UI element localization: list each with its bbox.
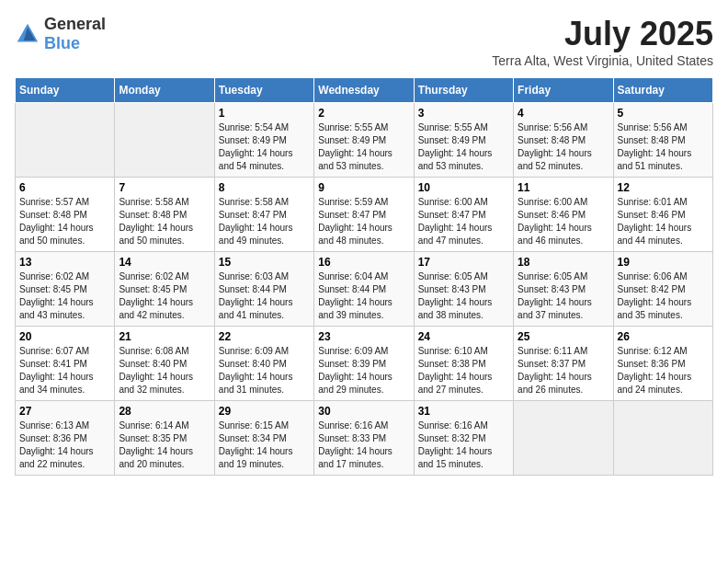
- week-row-4: 20Sunrise: 6:07 AM Sunset: 8:41 PM Dayli…: [16, 327, 713, 401]
- day-info: Sunrise: 6:07 AM Sunset: 8:41 PM Dayligh…: [19, 345, 110, 396]
- day-number: 1: [219, 107, 310, 120]
- calendar-cell: 8Sunrise: 5:58 AM Sunset: 8:47 PM Daylig…: [214, 178, 313, 252]
- day-info: Sunrise: 6:15 AM Sunset: 8:34 PM Dayligh…: [219, 419, 310, 471]
- day-info: Sunrise: 6:05 AM Sunset: 8:43 PM Dayligh…: [418, 270, 509, 322]
- day-number: 4: [518, 107, 609, 120]
- day-number: 10: [418, 181, 509, 194]
- calendar-cell: 13Sunrise: 6:02 AM Sunset: 8:45 PM Dayli…: [16, 252, 115, 327]
- day-number: 12: [618, 181, 709, 194]
- day-number: 8: [219, 181, 310, 194]
- day-number: 15: [219, 256, 310, 269]
- calendar-cell: 25Sunrise: 6:11 AM Sunset: 8:37 PM Dayli…: [514, 327, 613, 401]
- calendar-cell: 28Sunrise: 6:14 AM Sunset: 8:35 PM Dayli…: [115, 401, 214, 476]
- calendar-cell: 11Sunrise: 6:00 AM Sunset: 8:46 PM Dayli…: [514, 178, 613, 252]
- week-row-2: 6Sunrise: 5:57 AM Sunset: 8:48 PM Daylig…: [16, 178, 713, 252]
- weekday-header-sunday: Sunday: [16, 78, 115, 103]
- calendar-cell: [115, 103, 214, 178]
- day-number: 2: [318, 107, 409, 120]
- weekday-header-tuesday: Tuesday: [214, 78, 313, 103]
- calendar-cell: 6Sunrise: 5:57 AM Sunset: 8:48 PM Daylig…: [16, 178, 115, 252]
- calendar-cell: 26Sunrise: 6:12 AM Sunset: 8:36 PM Dayli…: [613, 327, 712, 401]
- day-number: 9: [318, 181, 409, 194]
- calendar-cell: 3Sunrise: 5:55 AM Sunset: 8:49 PM Daylig…: [414, 103, 513, 178]
- calendar-cell: 1Sunrise: 5:54 AM Sunset: 8:49 PM Daylig…: [214, 103, 313, 178]
- day-info: Sunrise: 6:02 AM Sunset: 8:45 PM Dayligh…: [19, 270, 110, 322]
- day-info: Sunrise: 5:55 AM Sunset: 8:49 PM Dayligh…: [318, 121, 409, 173]
- day-number: 30: [318, 405, 409, 418]
- title-block: July 2025 Terra Alta, West Virginia, Uni…: [492, 15, 713, 68]
- logo-general-text: General: [44, 15, 106, 33]
- calendar-cell: 29Sunrise: 6:15 AM Sunset: 8:34 PM Dayli…: [214, 401, 313, 476]
- day-number: 6: [19, 181, 110, 194]
- calendar-cell: 5Sunrise: 5:56 AM Sunset: 8:48 PM Daylig…: [613, 103, 712, 178]
- day-info: Sunrise: 6:06 AM Sunset: 8:42 PM Dayligh…: [618, 270, 709, 322]
- weekday-header-row: SundayMondayTuesdayWednesdayThursdayFrid…: [16, 78, 713, 103]
- week-row-5: 27Sunrise: 6:13 AM Sunset: 8:36 PM Dayli…: [16, 401, 713, 476]
- day-info: Sunrise: 6:12 AM Sunset: 8:36 PM Dayligh…: [618, 345, 709, 396]
- day-info: Sunrise: 5:54 AM Sunset: 8:49 PM Dayligh…: [219, 121, 310, 173]
- day-info: Sunrise: 5:55 AM Sunset: 8:49 PM Dayligh…: [418, 121, 509, 173]
- calendar-cell: 23Sunrise: 6:09 AM Sunset: 8:39 PM Dayli…: [314, 327, 414, 401]
- month-title: July 2025: [492, 15, 713, 53]
- calendar-cell: [514, 401, 613, 476]
- logo: General Blue: [15, 15, 106, 53]
- calendar-cell: 9Sunrise: 5:59 AM Sunset: 8:47 PM Daylig…: [314, 178, 414, 252]
- week-row-3: 13Sunrise: 6:02 AM Sunset: 8:45 PM Dayli…: [16, 252, 713, 327]
- logo-blue-text: Blue: [44, 34, 80, 52]
- week-row-1: 1Sunrise: 5:54 AM Sunset: 8:49 PM Daylig…: [16, 103, 713, 178]
- day-number: 16: [318, 256, 409, 269]
- day-number: 22: [219, 330, 310, 343]
- day-info: Sunrise: 6:01 AM Sunset: 8:46 PM Dayligh…: [618, 196, 709, 247]
- weekday-header-saturday: Saturday: [613, 78, 712, 103]
- calendar-cell: 12Sunrise: 6:01 AM Sunset: 8:46 PM Dayli…: [613, 178, 712, 252]
- day-info: Sunrise: 6:05 AM Sunset: 8:43 PM Dayligh…: [518, 270, 609, 322]
- calendar-cell: 21Sunrise: 6:08 AM Sunset: 8:40 PM Dayli…: [115, 327, 214, 401]
- day-number: 3: [418, 107, 509, 120]
- day-info: Sunrise: 5:57 AM Sunset: 8:48 PM Dayligh…: [19, 196, 110, 247]
- day-number: 18: [518, 256, 609, 269]
- day-number: 24: [418, 330, 509, 343]
- calendar-cell: [16, 103, 115, 178]
- day-info: Sunrise: 6:03 AM Sunset: 8:44 PM Dayligh…: [219, 270, 310, 322]
- calendar-cell: 17Sunrise: 6:05 AM Sunset: 8:43 PM Dayli…: [414, 252, 513, 327]
- day-info: Sunrise: 6:00 AM Sunset: 8:46 PM Dayligh…: [518, 196, 609, 247]
- day-info: Sunrise: 5:56 AM Sunset: 8:48 PM Dayligh…: [518, 121, 609, 173]
- day-info: Sunrise: 5:59 AM Sunset: 8:47 PM Dayligh…: [318, 196, 409, 247]
- day-info: Sunrise: 6:08 AM Sunset: 8:40 PM Dayligh…: [119, 345, 210, 396]
- calendar-cell: 31Sunrise: 6:16 AM Sunset: 8:32 PM Dayli…: [414, 401, 513, 476]
- day-number: 28: [119, 405, 210, 418]
- logo-icon: [15, 21, 40, 47]
- day-number: 23: [318, 330, 409, 343]
- page-header: General Blue July 2025 Terra Alta, West …: [15, 15, 713, 68]
- day-number: 11: [518, 181, 609, 194]
- calendar-cell: 16Sunrise: 6:04 AM Sunset: 8:44 PM Dayli…: [314, 252, 414, 327]
- day-number: 5: [618, 107, 709, 120]
- calendar-cell: 18Sunrise: 6:05 AM Sunset: 8:43 PM Dayli…: [514, 252, 613, 327]
- day-number: 21: [119, 330, 210, 343]
- calendar-cell: 7Sunrise: 5:58 AM Sunset: 8:48 PM Daylig…: [115, 178, 214, 252]
- day-number: 7: [119, 181, 210, 194]
- day-number: 20: [19, 330, 110, 343]
- calendar-cell: 24Sunrise: 6:10 AM Sunset: 8:38 PM Dayli…: [414, 327, 513, 401]
- day-info: Sunrise: 6:14 AM Sunset: 8:35 PM Dayligh…: [119, 419, 210, 471]
- day-info: Sunrise: 5:56 AM Sunset: 8:48 PM Dayligh…: [618, 121, 709, 173]
- calendar-cell: [613, 401, 712, 476]
- weekday-header-monday: Monday: [115, 78, 214, 103]
- calendar-cell: 19Sunrise: 6:06 AM Sunset: 8:42 PM Dayli…: [613, 252, 712, 327]
- weekday-header-friday: Friday: [514, 78, 613, 103]
- calendar-cell: 15Sunrise: 6:03 AM Sunset: 8:44 PM Dayli…: [214, 252, 313, 327]
- day-info: Sunrise: 6:09 AM Sunset: 8:39 PM Dayligh…: [318, 345, 409, 396]
- day-info: Sunrise: 6:13 AM Sunset: 8:36 PM Dayligh…: [19, 419, 110, 471]
- day-info: Sunrise: 6:00 AM Sunset: 8:47 PM Dayligh…: [418, 196, 509, 247]
- calendar-cell: 20Sunrise: 6:07 AM Sunset: 8:41 PM Dayli…: [16, 327, 115, 401]
- location-subtitle: Terra Alta, West Virginia, United States: [492, 53, 713, 68]
- day-info: Sunrise: 6:04 AM Sunset: 8:44 PM Dayligh…: [318, 270, 409, 322]
- day-number: 29: [219, 405, 310, 418]
- day-info: Sunrise: 6:16 AM Sunset: 8:33 PM Dayligh…: [318, 419, 409, 471]
- day-number: 14: [119, 256, 210, 269]
- calendar-table: SundayMondayTuesdayWednesdayThursdayFrid…: [15, 77, 713, 476]
- calendar-cell: 10Sunrise: 6:00 AM Sunset: 8:47 PM Dayli…: [414, 178, 513, 252]
- day-info: Sunrise: 5:58 AM Sunset: 8:47 PM Dayligh…: [219, 196, 310, 247]
- day-info: Sunrise: 6:16 AM Sunset: 8:32 PM Dayligh…: [418, 419, 509, 471]
- day-info: Sunrise: 6:02 AM Sunset: 8:45 PM Dayligh…: [119, 270, 210, 322]
